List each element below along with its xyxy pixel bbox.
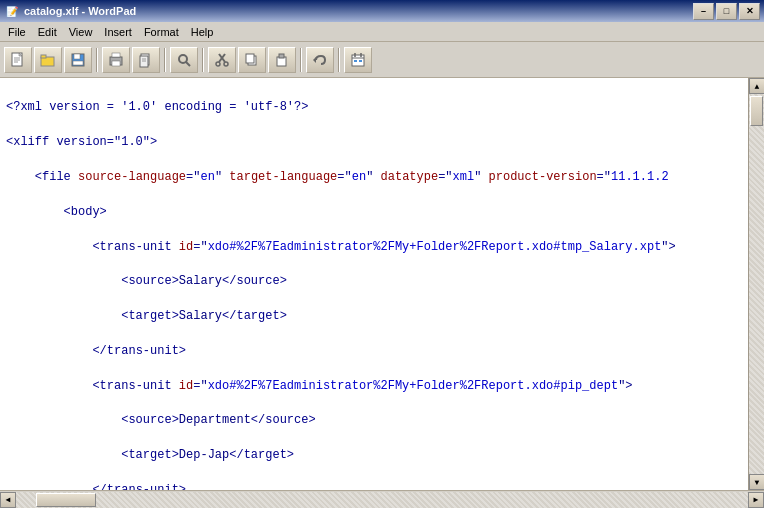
- scroll-left-button[interactable]: ◀: [0, 492, 16, 508]
- svg-rect-24: [246, 54, 254, 63]
- separator-3: [202, 48, 204, 72]
- body-tag: <body>: [64, 205, 107, 219]
- scroll-thumb-vertical[interactable]: [750, 96, 763, 126]
- svg-rect-32: [354, 60, 357, 62]
- pi-tag: <?xml version = '1.0' encoding = 'utf-8'…: [6, 100, 308, 114]
- toolbar: [0, 42, 764, 78]
- source-2-open: <source>: [121, 413, 179, 427]
- trans-unit-2-close: </trans-unit>: [92, 483, 186, 490]
- title-bar-buttons: – □ ✕: [693, 3, 760, 20]
- minimize-button[interactable]: –: [693, 3, 714, 20]
- new-icon: [10, 52, 26, 68]
- target-2-open: <target>: [121, 448, 179, 462]
- menu-help[interactable]: Help: [185, 24, 220, 40]
- xml-line-9: <trans-unit id="xdo#%2F%7Eadministrator%…: [6, 378, 742, 395]
- menu-bar: File Edit View Insert Format Help: [0, 22, 764, 42]
- separator-4: [300, 48, 302, 72]
- svg-rect-9: [73, 61, 83, 65]
- title-bar-text: catalog.xlf - WordPad: [24, 5, 693, 17]
- content-wrapper: <?xml version = '1.0' encoding = 'utf-8'…: [0, 78, 764, 490]
- menu-view[interactable]: View: [63, 24, 99, 40]
- separator-5: [338, 48, 340, 72]
- app-icon: 📝: [4, 3, 20, 19]
- maximize-button[interactable]: □: [716, 3, 737, 20]
- trans-unit-2-open: <trans-unit id="xdo#%2F%7Eadministrator%…: [92, 379, 632, 393]
- separator-1: [96, 48, 98, 72]
- print-preview-icon: [138, 52, 154, 68]
- print-preview-button[interactable]: [132, 47, 160, 73]
- open-button[interactable]: [34, 47, 62, 73]
- source-1-open: <source>: [121, 274, 179, 288]
- xml-line-6: <source>Salary</source>: [6, 273, 742, 290]
- trans-unit-1-open: <trans-unit id="xdo#%2F%7Eadministrator%…: [92, 240, 675, 254]
- vertical-scrollbar[interactable]: ▲ ▼: [748, 78, 764, 490]
- open-icon: [40, 52, 56, 68]
- svg-point-17: [179, 55, 187, 63]
- find-button[interactable]: [170, 47, 198, 73]
- menu-file[interactable]: File: [2, 24, 32, 40]
- svg-rect-6: [41, 55, 46, 58]
- svg-rect-11: [112, 53, 120, 57]
- cut-button[interactable]: [208, 47, 236, 73]
- new-button[interactable]: [4, 47, 32, 73]
- svg-line-18: [186, 62, 190, 66]
- svg-point-22: [224, 62, 228, 66]
- status-bar: ◀ ▶: [0, 490, 764, 508]
- file-tag: <file source-language="en" target-langua…: [35, 170, 669, 184]
- insert-date-button[interactable]: [344, 47, 372, 73]
- scroll-down-button[interactable]: ▼: [749, 474, 764, 490]
- trans-unit-1-close: </trans-unit>: [92, 344, 186, 358]
- xml-line-4: <body>: [6, 204, 742, 221]
- xml-line-3: <file source-language="en" target-langua…: [6, 169, 742, 186]
- scroll-thumb-horizontal[interactable]: [36, 493, 96, 507]
- menu-edit[interactable]: Edit: [32, 24, 63, 40]
- save-button[interactable]: [64, 47, 92, 73]
- save-icon: [70, 52, 86, 68]
- cut-icon: [214, 52, 230, 68]
- xliff-open-tag: <xliff version="1.0">: [6, 135, 157, 149]
- xml-line-11: <target>Dep-Jap</target>: [6, 447, 742, 464]
- find-icon: [176, 52, 192, 68]
- menu-insert[interactable]: Insert: [98, 24, 138, 40]
- svg-rect-33: [359, 60, 362, 62]
- close-button[interactable]: ✕: [739, 3, 760, 20]
- svg-rect-12: [112, 61, 120, 66]
- paste-button[interactable]: [268, 47, 296, 73]
- svg-rect-8: [74, 54, 80, 59]
- title-bar: 📝 catalog.xlf - WordPad – □ ✕: [0, 0, 764, 22]
- target-1-open: <target>: [121, 309, 179, 323]
- xml-line-1: <?xml version = '1.0' encoding = 'utf-8'…: [6, 99, 742, 116]
- insert-date-icon: [350, 52, 366, 68]
- separator-2: [164, 48, 166, 72]
- xml-line-10: <source>Department</source>: [6, 412, 742, 429]
- print-button[interactable]: [102, 47, 130, 73]
- xml-line-8: </trans-unit>: [6, 343, 742, 360]
- svg-rect-28: [352, 55, 364, 66]
- xml-line-2: <xliff version="1.0">: [6, 134, 742, 151]
- xml-line-12: </trans-unit>: [6, 482, 742, 490]
- undo-button[interactable]: [306, 47, 334, 73]
- menu-format[interactable]: Format: [138, 24, 185, 40]
- xml-line-7: <target>Salary</target>: [6, 308, 742, 325]
- scroll-right-button[interactable]: ▶: [748, 492, 764, 508]
- undo-icon: [312, 52, 328, 68]
- svg-point-21: [216, 62, 220, 66]
- scroll-up-button[interactable]: ▲: [749, 78, 764, 94]
- print-icon: [108, 52, 124, 68]
- content-area[interactable]: <?xml version = '1.0' encoding = 'utf-8'…: [0, 78, 748, 490]
- scroll-track-vertical[interactable]: [749, 94, 764, 474]
- svg-marker-27: [313, 57, 316, 63]
- paste-icon: [274, 52, 290, 68]
- copy-button[interactable]: [238, 47, 266, 73]
- copy-icon: [244, 52, 260, 68]
- scroll-track-horizontal[interactable]: [16, 492, 748, 508]
- svg-rect-26: [279, 54, 284, 58]
- xml-line-5: <trans-unit id="xdo#%2F%7Eadministrator%…: [6, 239, 742, 256]
